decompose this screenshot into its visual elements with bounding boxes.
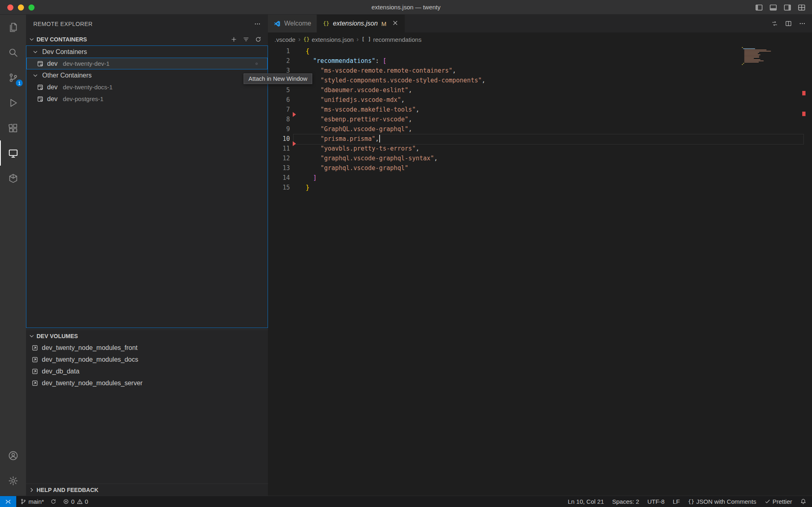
toggle-secondary-sidebar-icon[interactable]	[784, 4, 791, 11]
tab-extensions-json[interactable]: {}extensions.jsonM	[317, 15, 404, 32]
code-line-1[interactable]: 1{	[268, 46, 812, 56]
toggle-panel-icon[interactable]	[769, 4, 777, 11]
more-icon[interactable]	[799, 20, 806, 27]
branch-status[interactable]: main*	[20, 498, 44, 505]
code-line-14[interactable]: 14 ]	[268, 173, 812, 183]
activity-bar-item-run-debug[interactable]	[0, 90, 26, 115]
code-line-13[interactable]: 13 "graphql.vscode-graphql"	[268, 163, 812, 173]
error-count: 0	[71, 498, 74, 505]
activity-bar-item-source-control[interactable]: 1	[0, 65, 26, 90]
breadcrumb-item--vscode[interactable]: .vscode	[274, 36, 296, 43]
line-content: "ms-vscode-remote.remote-containers",	[306, 66, 812, 76]
line-content: "prisma.prisma",	[306, 134, 812, 144]
volume-item-dev-twenty-node-modules-server[interactable]: dev_twenty_node_modules_server	[26, 377, 268, 389]
cursor-position-status[interactable]: Ln 10, Col 21	[568, 498, 604, 505]
minimap-line	[744, 51, 771, 52]
container-item-icon	[37, 84, 43, 91]
gutter	[290, 134, 306, 144]
code-line-12[interactable]: 12 "graphql.vscode-graphql-syntax",	[268, 153, 812, 163]
open-changes-icon[interactable]	[771, 20, 778, 27]
toggle-primary-sidebar-icon[interactable]	[755, 4, 763, 11]
cursor-position: Ln 10, Col 21	[568, 498, 604, 505]
tooltip: Attach in New Window	[244, 73, 312, 84]
section-dev-volumes[interactable]: DEV VOLUMES	[26, 330, 268, 342]
container-item-dev-twenty-docs-1[interactable]: devdev-twenty-docs-1	[26, 81, 268, 93]
activity-bar-item-remote-explorer[interactable]	[0, 140, 26, 166]
tree-group-other-containers[interactable]: Other Containers	[26, 69, 268, 81]
code-editor[interactable]: 1{2 "recommendations": [3 "ms-vscode-rem…	[268, 46, 812, 496]
encoding-status[interactable]: UTF-8	[647, 498, 665, 505]
gutter	[290, 114, 306, 124]
volume-name: dev_twenty_node_modules_server	[42, 380, 143, 387]
language-status-icon: {}	[688, 498, 694, 505]
code-line-2[interactable]: 2 "recommendations": [	[268, 56, 812, 66]
gutter	[290, 95, 306, 105]
breadcrumb-item-extensions-json[interactable]: {}extensions.json	[303, 36, 354, 43]
breadcrumb-separator: ›	[298, 36, 300, 43]
attach-current-window-button[interactable]	[251, 63, 252, 65]
vscode-icon	[274, 20, 281, 27]
gutter	[290, 153, 306, 163]
volume-icon	[32, 380, 38, 386]
activity-bar-item-search[interactable]	[0, 40, 26, 65]
minimap[interactable]	[742, 47, 770, 65]
code-line-7[interactable]: 7 "ms-vscode.makefile-tools",	[268, 105, 812, 114]
code-line-3[interactable]: 3 "ms-vscode-remote.remote-containers",	[268, 66, 812, 76]
minimap-line	[744, 56, 760, 56]
filter-icon[interactable]	[243, 36, 249, 43]
language-mode-status[interactable]: {} JSON with Comments	[688, 498, 756, 505]
code-line-6[interactable]: 6 "unifiedjs.vscode-mdx",	[268, 95, 812, 105]
close-button[interactable]	[261, 63, 263, 65]
close-tab-button[interactable]	[392, 19, 399, 28]
code-line-8[interactable]: 8 "esbenp.prettier-vscode",	[268, 114, 812, 124]
remote-indicator[interactable]	[0, 496, 16, 507]
container-item-dev-postgres-1[interactable]: devdev-postgres-1	[26, 93, 268, 105]
tab-welcome[interactable]: Welcome	[268, 15, 317, 32]
zoom-window-button[interactable]	[28, 4, 35, 11]
dev-volumes-list: dev_twenty_node_modules_frontdev_twenty_…	[26, 342, 268, 389]
volume-item-dev-twenty-node-modules-docs[interactable]: dev_twenty_node_modules_docs	[26, 354, 268, 365]
tree-group-dev-containers[interactable]: Dev Containers	[26, 46, 268, 58]
section-dev-containers[interactable]: DEV CONTAINERS	[26, 33, 268, 45]
indentation-status[interactable]: Spaces: 2	[612, 498, 639, 505]
breadcrumb-item-recommendations[interactable]: [ ]recommendations	[361, 36, 421, 43]
split-editor-icon[interactable]	[785, 20, 792, 27]
container-item-dev-twenty-dev-1[interactable]: devdev-twenty-dev-1	[26, 58, 268, 69]
eol-status[interactable]: LF	[673, 498, 680, 505]
refresh-icon[interactable]	[255, 36, 261, 43]
close-window-button[interactable]	[7, 4, 13, 11]
code-line-15[interactable]: 15}	[268, 183, 812, 192]
line-content: ]	[306, 173, 812, 183]
activity-bar-item-containers[interactable]	[0, 166, 26, 191]
line-number: 5	[268, 85, 290, 95]
more-actions-icon[interactable]	[254, 21, 261, 27]
sync-button[interactable]	[50, 498, 56, 505]
line-number: 14	[268, 173, 290, 183]
code-line-5[interactable]: 5 "dbaeumer.vscode-eslint",	[268, 85, 812, 95]
code-line-11[interactable]: 11 "yoavbls.pretty-ts-errors",	[268, 144, 812, 153]
code-line-10[interactable]: 10 "prisma.prisma",	[268, 134, 812, 144]
gutter	[290, 173, 306, 183]
attach-new-window-button[interactable]	[256, 63, 257, 65]
volume-item-dev-db-data[interactable]: dev_db_data	[26, 365, 268, 377]
line-number: 8	[268, 114, 290, 124]
activity-bar-item-extensions[interactable]	[0, 115, 26, 140]
formatter-status[interactable]: Prettier	[764, 498, 792, 505]
bell-icon	[800, 498, 806, 505]
problems-status[interactable]: 0 0	[63, 498, 88, 505]
section-help-and-feedback[interactable]: HELP AND FEEDBACK	[26, 483, 268, 496]
container-item-icon	[37, 96, 43, 102]
activity-bar-item-explorer[interactable]	[0, 15, 26, 40]
add-icon[interactable]	[231, 36, 237, 43]
activity-bar-item-accounts[interactable]	[0, 443, 26, 468]
code-line-4[interactable]: 4 "styled-components.vscode-styled-compo…	[268, 76, 812, 85]
volume-item-dev-twenty-node-modules-front[interactable]: dev_twenty_node_modules_front	[26, 342, 268, 354]
minimize-window-button[interactable]	[18, 4, 24, 11]
gear-icon	[8, 476, 18, 486]
container-item-icon	[37, 60, 43, 67]
notifications-button[interactable]	[800, 498, 806, 505]
code-line-9[interactable]: 9 "GraphQL.vscode-graphql",	[268, 124, 812, 134]
section-label: DEV VOLUMES	[37, 333, 78, 339]
customize-layout-icon[interactable]	[798, 4, 806, 11]
activity-bar-item-settings[interactable]	[0, 468, 26, 493]
